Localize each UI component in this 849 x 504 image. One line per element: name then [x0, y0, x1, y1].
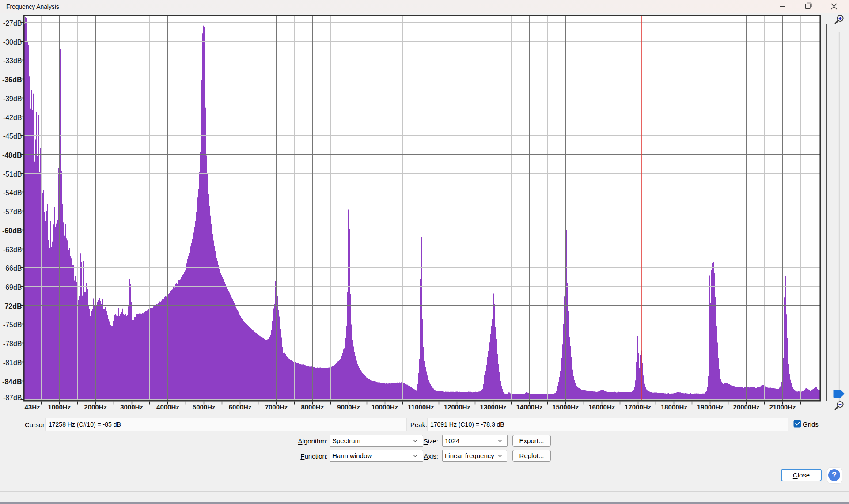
svg-text:2000Hz: 2000Hz — [84, 403, 107, 411]
svg-text:-72dB: -72dB — [2, 303, 22, 310]
svg-text:43Hz: 43Hz — [24, 403, 40, 411]
svg-text:19000Hz: 19000Hz — [697, 403, 724, 411]
svg-text:18000Hz: 18000Hz — [661, 403, 687, 411]
svg-text:20000Hz: 20000Hz — [733, 403, 760, 411]
svg-text:9000Hz: 9000Hz — [337, 403, 360, 411]
svg-text:-57dB: -57dB — [3, 208, 22, 216]
svg-text:15000Hz: 15000Hz — [552, 403, 579, 411]
svg-text:-60dB: -60dB — [2, 227, 22, 235]
svg-text:17000Hz: 17000Hz — [625, 403, 651, 411]
svg-text:5000Hz: 5000Hz — [193, 403, 216, 411]
svg-text:3000Hz: 3000Hz — [120, 403, 143, 411]
svg-text:-69dB: -69dB — [3, 284, 22, 291]
svg-text:-78dB: -78dB — [3, 340, 22, 348]
svg-text:-48dB: -48dB — [2, 152, 22, 159]
svg-text:16000Hz: 16000Hz — [588, 403, 615, 411]
svg-text:7000Hz: 7000Hz — [265, 403, 288, 411]
svg-text:4000Hz: 4000Hz — [156, 403, 179, 411]
svg-text:11000Hz: 11000Hz — [408, 403, 434, 411]
svg-text:-45dB: -45dB — [3, 133, 22, 140]
svg-text:-81dB: -81dB — [3, 359, 22, 367]
svg-text:8000Hz: 8000Hz — [301, 403, 324, 411]
svg-text:1000Hz: 1000Hz — [48, 403, 71, 411]
svg-text:-54dB: -54dB — [3, 189, 22, 197]
svg-text:-27dB: -27dB — [3, 19, 22, 27]
svg-text:-36dB: -36dB — [2, 76, 22, 83]
svg-text:-75dB: -75dB — [3, 321, 22, 329]
svg-text:21000Hz: 21000Hz — [769, 403, 796, 411]
svg-text:-30dB: -30dB — [3, 38, 22, 46]
svg-text:-63dB: -63dB — [3, 246, 22, 254]
svg-text:-66dB: -66dB — [3, 265, 22, 272]
svg-text:12000Hz: 12000Hz — [444, 403, 470, 411]
svg-text:-51dB: -51dB — [3, 171, 22, 178]
svg-text:-87dB: -87dB — [3, 394, 22, 402]
svg-text:13000Hz: 13000Hz — [480, 403, 507, 411]
svg-text:-39dB: -39dB — [3, 95, 22, 102]
svg-text:-84dB: -84dB — [2, 378, 22, 386]
svg-text:14000Hz: 14000Hz — [516, 403, 542, 411]
svg-text:-42dB: -42dB — [3, 114, 22, 121]
svg-text:-33dB: -33dB — [3, 57, 22, 64]
svg-text:10000Hz: 10000Hz — [371, 403, 398, 411]
svg-text:6000Hz: 6000Hz — [229, 403, 252, 411]
